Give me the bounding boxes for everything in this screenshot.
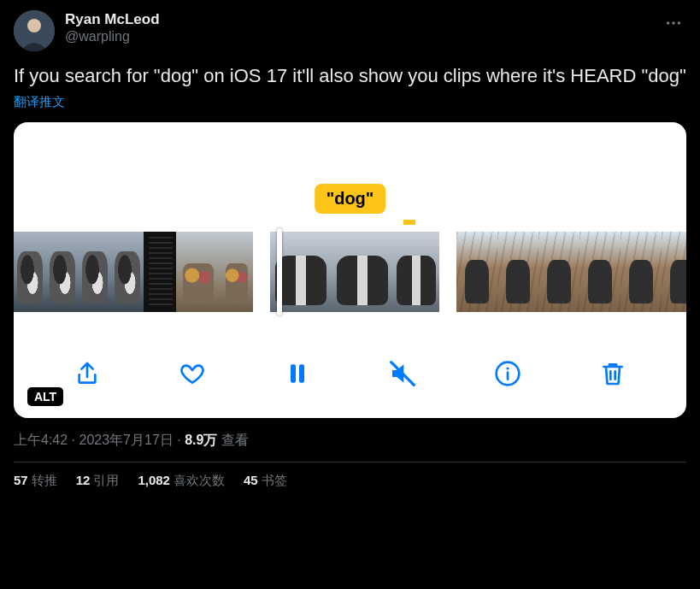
thumbnail-frame bbox=[221, 232, 253, 312]
thumbnail-frame bbox=[176, 232, 221, 312]
translate-link[interactable]: 翻译推文 bbox=[14, 94, 686, 110]
thumbnail-frame bbox=[79, 232, 111, 312]
playhead[interactable] bbox=[277, 228, 282, 315]
thumbnail-frame bbox=[393, 232, 439, 312]
info-icon[interactable] bbox=[489, 355, 526, 392]
tweet-text: If you search for "dog" on iOS 17 it'll … bbox=[14, 63, 686, 89]
retweets-stat[interactable]: 57转推 bbox=[14, 473, 57, 489]
media-attachment[interactable]: "dog" bbox=[14, 122, 686, 418]
thumbnail-frame bbox=[144, 232, 176, 312]
display-name[interactable]: Ryan McLeod bbox=[65, 10, 661, 28]
share-icon[interactable] bbox=[68, 355, 106, 392]
thumbnail-frame bbox=[111, 232, 144, 312]
media-toolbar bbox=[14, 348, 686, 399]
pause-icon[interactable] bbox=[279, 355, 316, 392]
svg-point-3 bbox=[672, 21, 675, 25]
date[interactable]: 2023年7月17日 bbox=[79, 433, 173, 447]
caption-marker bbox=[403, 220, 415, 225]
svg-rect-5 bbox=[291, 364, 296, 382]
bookmarks-stat[interactable]: 45书签 bbox=[244, 473, 287, 489]
svg-point-4 bbox=[678, 21, 681, 25]
avatar[interactable] bbox=[14, 10, 55, 51]
heart-icon[interactable] bbox=[174, 355, 211, 392]
svg-point-10 bbox=[507, 367, 509, 369]
quotes-stat[interactable]: 12引用 bbox=[76, 473, 120, 489]
caption-bubble: "dog" bbox=[315, 184, 386, 214]
alt-badge[interactable]: ALT bbox=[27, 387, 63, 406]
thumbnail-frame bbox=[621, 232, 662, 312]
author-names: Ryan McLeod @warpling bbox=[65, 10, 661, 45]
trash-icon[interactable] bbox=[594, 355, 632, 392]
thumbnail-frame bbox=[579, 232, 621, 312]
tweet-container: Ryan McLeod @warpling If you search for … bbox=[0, 0, 700, 496]
tweet-meta: 上午4:42 · 2023年7月17日 · 8.9万 查看 bbox=[14, 432, 686, 450]
video-timeline[interactable] bbox=[14, 232, 686, 312]
tweet-stats: 57转推 12引用 1,082喜欢次数 45书签 bbox=[14, 473, 686, 489]
mute-icon[interactable] bbox=[384, 355, 421, 392]
thumbnail-frame bbox=[14, 232, 46, 312]
thumbnail-frame bbox=[662, 232, 686, 312]
divider bbox=[14, 462, 686, 462]
timestamp[interactable]: 上午4:42 bbox=[14, 433, 68, 447]
handle[interactable]: @warpling bbox=[65, 28, 661, 45]
clip-group-2[interactable] bbox=[270, 232, 439, 312]
svg-point-1 bbox=[27, 19, 41, 32]
views-label: 查看 bbox=[221, 433, 249, 447]
thumbnail-frame bbox=[46, 232, 79, 312]
clip-group-3[interactable] bbox=[456, 232, 686, 312]
thumbnail-frame bbox=[497, 232, 538, 312]
views-count: 8.9万 bbox=[185, 433, 217, 447]
clip-group-1[interactable] bbox=[14, 232, 253, 312]
svg-rect-6 bbox=[299, 364, 304, 382]
likes-stat[interactable]: 1,082喜欢次数 bbox=[138, 473, 225, 489]
thumbnail-frame bbox=[332, 232, 393, 312]
thumbnail-frame bbox=[456, 232, 497, 312]
more-button[interactable] bbox=[661, 10, 686, 36]
thumbnail-frame bbox=[538, 232, 579, 312]
svg-point-2 bbox=[667, 21, 670, 25]
tweet-header: Ryan McLeod @warpling bbox=[14, 10, 686, 51]
